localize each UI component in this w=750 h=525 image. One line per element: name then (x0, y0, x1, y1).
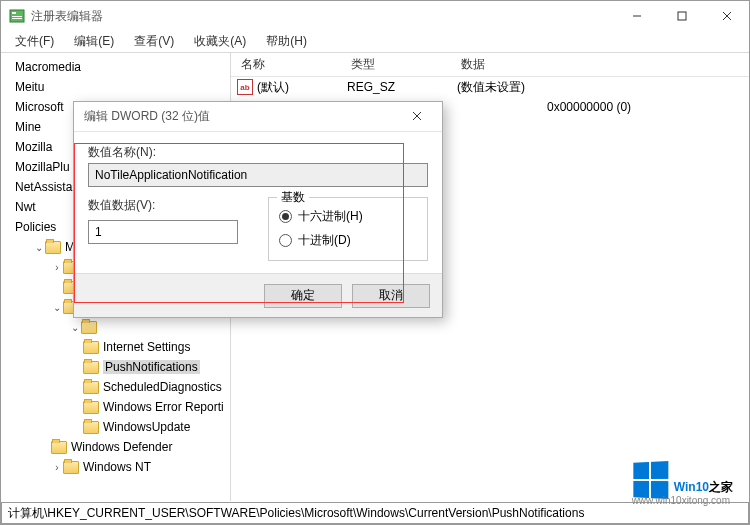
menu-edit[interactable]: 编辑(E) (64, 31, 124, 52)
value-type: REG_SZ (347, 80, 457, 94)
folder-icon (45, 241, 61, 254)
menu-help[interactable]: 帮助(H) (256, 31, 317, 52)
tree-item[interactable]: Macromedia (1, 57, 230, 77)
radio-icon (279, 210, 292, 223)
col-name-header[interactable]: 名称 (231, 56, 341, 73)
regedit-icon (9, 8, 25, 24)
statusbar-path: 计算机\HKEY_CURRENT_USER\SOFTWARE\Policies\… (8, 505, 584, 522)
watermark-url: www.win10xitong.com (632, 495, 730, 506)
menu-file[interactable]: 文件(F) (5, 31, 64, 52)
edit-dword-dialog: 编辑 DWORD (32 位)值 数值名称(N): 数值数据(V): 基数 十六… (73, 101, 443, 318)
tree-item-selected[interactable]: PushNotifications (1, 357, 230, 377)
folder-icon (63, 461, 79, 474)
menu-view[interactable]: 查看(V) (124, 31, 184, 52)
maximize-button[interactable] (659, 1, 704, 31)
svg-rect-5 (678, 12, 686, 20)
folder-icon (83, 421, 99, 434)
tree-item[interactable]: ScheduledDiagnostics (1, 377, 230, 397)
value-name-input[interactable] (88, 163, 428, 187)
tree-item[interactable]: Windows Error Reporti (1, 397, 230, 417)
folder-icon (81, 321, 97, 334)
folder-icon (51, 441, 67, 454)
dialog-close-button[interactable] (402, 110, 432, 124)
menu-fav[interactable]: 收藏夹(A) (184, 31, 256, 52)
list-row[interactable]: ab (默认) REG_SZ (数值未设置) (231, 77, 749, 97)
dialog-body: 数值名称(N): 数值数据(V): 基数 十六进制(H) 十进制(D) (74, 132, 442, 273)
radix-legend: 基数 (277, 189, 309, 206)
value-name: (默认) (257, 79, 347, 96)
folder-icon (83, 361, 99, 374)
col-type-header[interactable]: 类型 (341, 56, 451, 73)
folder-icon (83, 341, 99, 354)
folder-icon (83, 401, 99, 414)
dialog-buttons: 确定 取消 (74, 273, 442, 317)
cancel-button[interactable]: 取消 (352, 284, 430, 308)
close-button[interactable] (704, 1, 749, 31)
chevron-right-icon[interactable]: › (51, 462, 63, 473)
svg-rect-3 (12, 18, 22, 19)
tree-item[interactable]: ›Windows NT (1, 457, 230, 477)
svg-rect-2 (12, 16, 22, 17)
chevron-down-icon[interactable]: ⌄ (33, 242, 45, 253)
windows-logo-icon (633, 461, 668, 499)
chevron-down-icon[interactable]: ⌄ (51, 302, 63, 313)
window-title: 注册表编辑器 (31, 8, 614, 25)
tree-item[interactable]: ⌄ (1, 317, 230, 337)
dialog-title: 编辑 DWORD (32 位)值 (84, 108, 210, 125)
menubar: 文件(F) 编辑(E) 查看(V) 收藏夹(A) 帮助(H) (1, 31, 749, 53)
value-data: (数值未设置) (457, 79, 749, 96)
window-titlebar: 注册表编辑器 (1, 1, 749, 31)
tree-item[interactable]: WindowsUpdate (1, 417, 230, 437)
folder-icon (83, 381, 99, 394)
radix-group: 基数 十六进制(H) 十进制(D) (268, 197, 428, 261)
string-value-icon: ab (237, 79, 253, 95)
name-label: 数值名称(N): (88, 144, 428, 161)
tree-item[interactable]: Meitu (1, 77, 230, 97)
chevron-down-icon[interactable]: ⌄ (69, 322, 81, 333)
chevron-right-icon[interactable]: › (51, 262, 63, 273)
watermark: Win10之家 (632, 462, 733, 498)
radio-icon (279, 234, 292, 247)
value-data-input[interactable] (88, 220, 238, 244)
col-data-header[interactable]: 数据 (451, 56, 749, 73)
minimize-button[interactable] (614, 1, 659, 31)
value-data-extra: 0x00000000 (0) (547, 100, 631, 114)
radio-hex[interactable]: 十六进制(H) (279, 204, 417, 228)
list-header: 名称 类型 数据 (231, 53, 749, 77)
svg-rect-1 (12, 12, 16, 14)
value-label: 数值数据(V): (88, 197, 238, 214)
radio-dec[interactable]: 十进制(D) (279, 228, 417, 252)
tree-item[interactable]: Internet Settings (1, 337, 230, 357)
tree-item[interactable]: Windows Defender (1, 437, 230, 457)
window-controls (614, 1, 749, 31)
dialog-titlebar: 编辑 DWORD (32 位)值 (74, 102, 442, 132)
ok-button[interactable]: 确定 (264, 284, 342, 308)
